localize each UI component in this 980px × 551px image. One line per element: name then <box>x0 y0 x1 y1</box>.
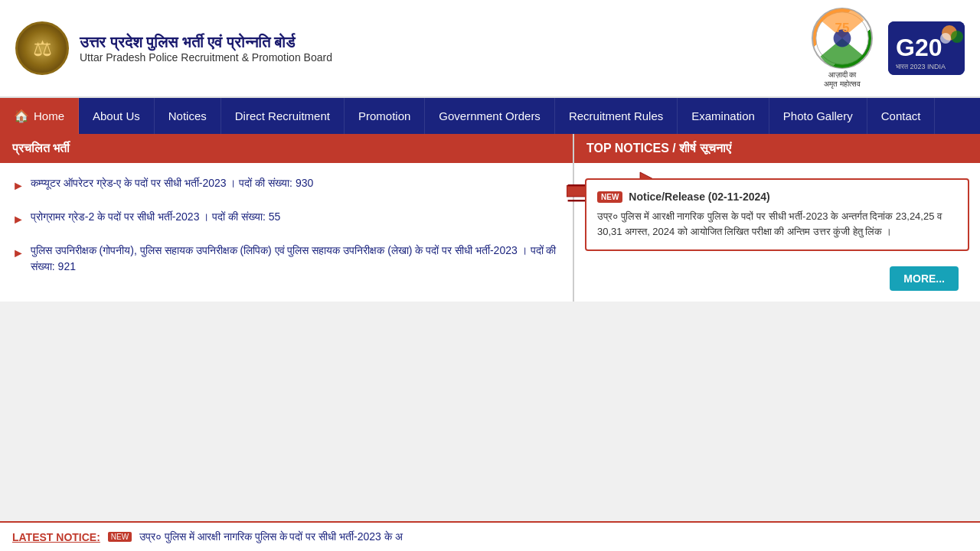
g20-badge: G20 भारत 2023 INDIA <box>888 21 965 75</box>
nav-contact[interactable]: Contact <box>867 98 936 134</box>
notice-text: उप्र० पुलिस में आरक्षी नागरिक पुलिस के प… <box>597 209 957 239</box>
site-title-english: Uttar Pradesh Police Recruitment & Promo… <box>80 51 332 64</box>
new-badge: NEW <box>597 191 622 203</box>
g20-logo: G20 भारत 2023 INDIA <box>888 21 965 75</box>
more-button[interactable]: MORE... <box>890 266 959 291</box>
nav-about[interactable]: About Us <box>79 98 155 134</box>
header-title-block: उत्तर प्रदेश पुलिस भर्ती एवं प्रोन्नति ब… <box>80 34 332 64</box>
svg-text:G20: G20 <box>896 34 942 61</box>
list-arrow-icon: ► <box>12 244 24 262</box>
ticker-text: उप्र० पुलिस में आरक्षी नागरिक पुलिस के प… <box>139 530 402 543</box>
nav-notices[interactable]: Notices <box>155 98 221 134</box>
top-notices-header: TOP NOTICES / शीर्ष सूचनाएं <box>574 134 980 163</box>
main-content: प्रचलित भर्ती ► कम्प्यूटर ऑपरेटर ग्रेड-ए… <box>0 134 980 302</box>
nav-direct-recruitment[interactable]: Direct Recruitment <box>221 98 345 134</box>
more-btn-container: MORE... <box>574 266 980 302</box>
list-item: ► प्रोग्रामर ग्रेड-2 के पदों पर सीधी भर्… <box>12 209 560 229</box>
notice-title-row: NEW Notice/Release (02-11-2024) <box>597 191 957 203</box>
bottom-ticker: LATEST NOTICE: NEW उप्र० पुलिस में आरक्ष… <box>0 521 980 551</box>
nav-recruitment-rules[interactable]: Recruitment Rules <box>555 98 678 134</box>
left-section: प्रचलित भर्ती ► कम्प्यूटर ऑपरेटर ग्रेड-ए… <box>0 134 574 302</box>
nav-govt-orders[interactable]: Government Orders <box>425 98 555 134</box>
list-arrow-icon: ► <box>12 177 24 195</box>
recruitment-list: ► कम्प्यूटर ऑपरेटर ग्रेड-ए के पदों पर सी… <box>0 163 573 301</box>
right-section: TOP NOTICES / शीर्ष सूचनाएं NEW Notice/R… <box>574 134 980 302</box>
recruitment-link-2[interactable]: प्रोग्रामर ग्रेड-2 के पदों पर सीधी भर्ती… <box>31 209 281 225</box>
ticker-new-badge: NEW <box>108 532 132 542</box>
site-title-hindi: उत्तर प्रदेश पुलिस भर्ती एवं प्रोन्नति ब… <box>80 34 332 51</box>
list-item: ► कम्प्यूटर ऑपरेटर ग्रेड-ए के पदों पर सी… <box>12 175 560 195</box>
svg-text:75: 75 <box>835 21 850 35</box>
header-left: उत्तर प्रदेश पुलिस भर्ती एवं प्रोन्नति ब… <box>15 21 332 75</box>
azadi-badge: 75 आज़ादी का अमृत महोत्सव <box>812 8 873 89</box>
svg-point-5 <box>951 31 963 43</box>
nav-examination[interactable]: Examination <box>678 98 769 134</box>
list-item: ► पुलिस उपनिरीक्षक (गोपनीय), पुलिस सहायक… <box>12 243 560 275</box>
azadi-circle: 75 <box>812 8 873 69</box>
site-header: उत्तर प्रदेश पुलिस भर्ती एवं प्रोन्नति ब… <box>0 0 980 98</box>
latest-label: LATEST NOTICE: <box>12 531 100 543</box>
nav-photo-gallery[interactable]: Photo Gallery <box>769 98 867 134</box>
list-arrow-icon: ► <box>12 210 24 229</box>
main-navbar: 🏠 Home About Us Notices Direct Recruitme… <box>0 98 980 134</box>
notice-card: NEW Notice/Release (02-11-2024) उप्र० पु… <box>585 178 969 251</box>
notice-title: Notice/Release (02-11-2024) <box>629 191 769 203</box>
nav-home[interactable]: 🏠 Home <box>0 98 79 134</box>
recruitment-section-header: प्रचलित भर्ती <box>0 134 573 163</box>
site-logo <box>15 21 69 75</box>
header-right: 75 आज़ादी का अमृत महोत्सव G20 भारत 2023 … <box>812 8 965 89</box>
recruitment-link-3[interactable]: पुलिस उपनिरीक्षक (गोपनीय), पुलिस सहायक उ… <box>31 243 560 275</box>
svg-text:भारत 2023 INDIA: भारत 2023 INDIA <box>896 63 946 70</box>
nav-promotion[interactable]: Promotion <box>345 98 425 134</box>
azadi-text: आज़ादी का अमृत महोत्सव <box>824 70 861 89</box>
home-icon: 🏠 <box>14 109 29 123</box>
recruitment-link-1[interactable]: कम्प्यूटर ऑपरेटर ग्रेड-ए के पदों पर सीधी… <box>31 175 313 191</box>
notice-area: NEW Notice/Release (02-11-2024) उप्र० पु… <box>574 178 980 302</box>
